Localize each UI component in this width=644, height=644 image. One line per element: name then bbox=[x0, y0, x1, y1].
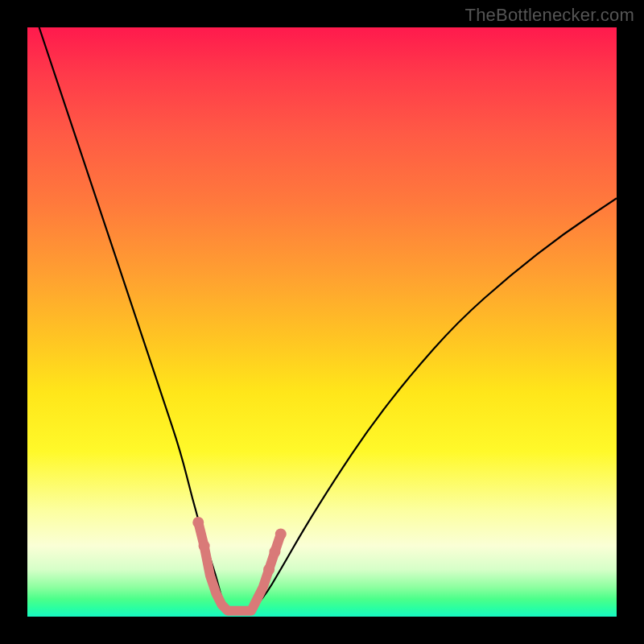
curve-layer bbox=[27, 27, 617, 617]
highlight-marker-dot bbox=[269, 546, 280, 557]
highlight-marker-dot bbox=[263, 564, 275, 575]
highlight-marker-dot bbox=[192, 517, 204, 528]
highlight-marker-dot bbox=[275, 529, 287, 540]
watermark-label: TheBottlenecker.com bbox=[465, 5, 634, 26]
right-branch-curve bbox=[251, 198, 617, 610]
outer-frame: TheBottlenecker.com bbox=[0, 0, 644, 644]
highlight-marker-dot bbox=[199, 540, 210, 551]
